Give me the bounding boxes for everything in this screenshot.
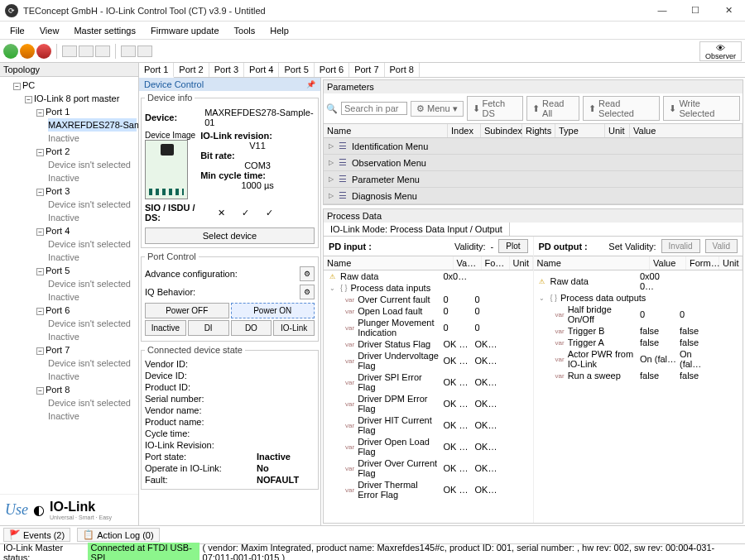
tree-master[interactable]: IO-Link 8 port master	[34, 93, 119, 103]
param-menu-item[interactable]: ▷☰Identification Menu	[324, 138, 743, 155]
action-log-tab[interactable]: 📋Action Log (0)	[77, 528, 159, 542]
tree-port[interactable]: Port 8	[46, 385, 70, 395]
tree-state[interactable]: Inactive	[48, 132, 137, 145]
tree-device[interactable]: Device isn't selected	[48, 317, 137, 330]
events-tab[interactable]: 🚩Events (2)	[3, 528, 70, 542]
close-button[interactable]: ✕	[717, 5, 740, 16]
tree-state[interactable]: Inactive	[48, 370, 137, 383]
tree-port[interactable]: Port 1	[46, 107, 70, 117]
status-icon-orange[interactable]	[20, 44, 35, 59]
do-button[interactable]: DO	[231, 320, 272, 336]
chevron-right-icon[interactable]: ▷	[329, 175, 334, 183]
tree-device[interactable]: Device isn't selected	[48, 357, 137, 370]
menu-view[interactable]: View	[33, 24, 66, 37]
pin-icon[interactable]: 📌	[306, 80, 315, 89]
valid-button[interactable]: Valid	[705, 239, 738, 253]
status-icon-red[interactable]	[36, 44, 51, 59]
port-control-legend: Port Control	[145, 251, 199, 261]
tab-port-5[interactable]: Port 5	[279, 63, 314, 77]
tree-toggle[interactable]: −	[36, 109, 44, 117]
tool-3[interactable]	[95, 45, 110, 57]
tool-1[interactable]	[62, 45, 77, 57]
power-off-button[interactable]: Power OFF	[145, 303, 229, 318]
tree-device[interactable]: Device isn't selected	[48, 158, 137, 171]
tree-toggle[interactable]: −	[36, 189, 44, 196]
maximize-button[interactable]: ☐	[684, 5, 707, 16]
tool-2[interactable]	[79, 45, 94, 57]
tree-state[interactable]: Inactive	[48, 290, 137, 304]
observer-button[interactable]: 👁 Observer	[699, 41, 742, 61]
tree-device[interactable]: Device isn't selected	[48, 277, 137, 290]
search-input[interactable]	[341, 102, 407, 115]
tree-toggle[interactable]: −	[13, 83, 21, 90]
select-device-button[interactable]: Select device	[145, 227, 315, 244]
tab-port-6[interactable]: Port 6	[315, 63, 349, 77]
pd-mode-tab[interactable]: IO-Link Mode: Process Data Input / Outpu…	[324, 223, 510, 236]
tree-toggle[interactable]: −	[36, 268, 44, 275]
tree-state[interactable]: Inactive	[48, 409, 137, 423]
tree-state[interactable]: Inactive	[48, 211, 137, 224]
param-menu-item[interactable]: ▷☰Parameter Menu	[324, 171, 743, 188]
tree-port[interactable]: Port 3	[46, 186, 70, 196]
menu-tools[interactable]: Tools	[228, 24, 262, 37]
tree-port[interactable]: Port 6	[46, 305, 70, 315]
tab-port-2[interactable]: Port 2	[174, 63, 209, 77]
plot-button[interactable]: Plot	[498, 239, 527, 253]
tree-root[interactable]: PC	[22, 80, 35, 90]
tree-device[interactable]: Device isn't selected	[48, 198, 137, 211]
menu-help[interactable]: Help	[263, 24, 296, 37]
param-menu-item[interactable]: ▷☰Observation Menu	[324, 155, 743, 171]
tree-port[interactable]: Port 2	[46, 146, 70, 156]
menu-file[interactable]: File	[3, 24, 31, 37]
chevron-right-icon[interactable]: ▷	[329, 192, 334, 199]
fetch-ds-button[interactable]: ⬇Fetch DS	[467, 96, 524, 121]
expand-icon[interactable]: ⌄	[537, 294, 547, 302]
power-on-button[interactable]: Power ON	[231, 303, 315, 318]
table-row[interactable]: ⌄{ }Process data inputs	[324, 282, 533, 294]
read-selected-button[interactable]: ⬆Read Selected	[583, 96, 660, 121]
tree-port[interactable]: Port 4	[46, 226, 70, 236]
table-row[interactable]: ⌄{ }Process data outputs	[534, 292, 743, 304]
state-row: Fault:NOFAULT	[145, 474, 315, 486]
inactive-button[interactable]: Inactive	[145, 320, 186, 336]
tree-toggle[interactable]: −	[36, 308, 44, 315]
iolink-button[interactable]: IO-Link	[273, 320, 315, 336]
adv-config-gear-icon[interactable]: ⚙	[300, 266, 315, 281]
tree-device[interactable]: Device isn't selected	[48, 396, 137, 409]
topology-tree[interactable]: −PC −IO-Link 8 port master −Port 1MAXREF…	[0, 77, 138, 494]
chevron-right-icon[interactable]: ▷	[329, 159, 334, 166]
minimize-button[interactable]: —	[651, 5, 674, 16]
di-button[interactable]: DI	[188, 320, 229, 336]
tool-4[interactable]	[121, 45, 136, 57]
tree-toggle[interactable]: −	[36, 149, 44, 156]
param-menu-item[interactable]: ▷☰Diagnosis Menu	[324, 188, 743, 204]
tab-port-4[interactable]: Port 4	[244, 63, 279, 77]
tree-state[interactable]: Inactive	[48, 330, 137, 343]
tree-device[interactable]: Device isn't selected	[48, 237, 137, 251]
expand-icon[interactable]: ⌄	[327, 285, 337, 292]
tree-state[interactable]: Inactive	[48, 251, 137, 264]
tool-5[interactable]	[137, 45, 152, 57]
read-all-button[interactable]: ⬆Read All	[526, 96, 579, 121]
tab-port-8[interactable]: Port 8	[385, 63, 420, 77]
tree-toggle[interactable]: −	[36, 387, 44, 395]
tab-port-1[interactable]: Port 1	[139, 63, 174, 78]
menu-master-settings[interactable]: Master settings	[67, 24, 142, 37]
tab-port-7[interactable]: Port 7	[349, 63, 384, 77]
menu-button[interactable]: ⚙Menu▾	[411, 101, 464, 117]
iq-behavior-gear-icon[interactable]: ⚙	[300, 285, 315, 299]
tree-state[interactable]: Inactive	[48, 171, 137, 184]
device-state-legend: Connected device state	[145, 345, 245, 355]
tree-device[interactable]: MAXREFDES278-Samp…	[48, 118, 137, 132]
menu-firmware-update[interactable]: Firmware update	[144, 24, 226, 37]
tree-port[interactable]: Port 7	[46, 345, 70, 355]
status-icon-green[interactable]	[3, 44, 18, 59]
invalid-button[interactable]: Invalid	[661, 239, 700, 253]
tree-port[interactable]: Port 5	[46, 266, 70, 275]
write-selected-button[interactable]: ⬇Write Selected	[663, 96, 740, 121]
tree-toggle[interactable]: −	[25, 96, 32, 103]
tree-toggle[interactable]: −	[36, 347, 44, 355]
chevron-right-icon[interactable]: ▷	[329, 142, 334, 150]
tree-toggle[interactable]: −	[36, 228, 44, 236]
tab-port-3[interactable]: Port 3	[209, 63, 244, 77]
